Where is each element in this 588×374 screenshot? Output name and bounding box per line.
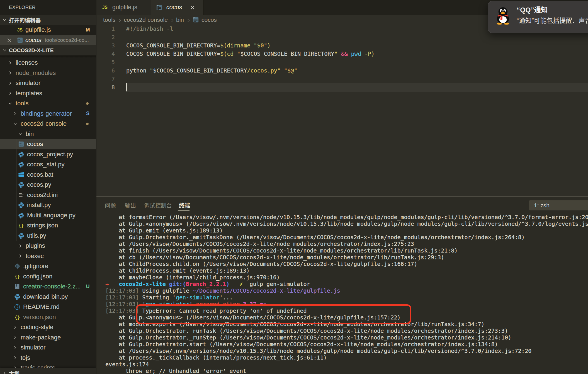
tree-item-install.py[interactable]: install.py (0, 200, 96, 210)
panel-tab-调试控制台[interactable]: 调试控制台 (144, 201, 172, 209)
breadcrumb-item-bin[interactable]: bin (176, 16, 184, 23)
tree-item-label: bin (26, 130, 34, 138)
section-open-editors[interactable]: 打开的编辑器 (0, 15, 96, 25)
close-editor-icon[interactable] (6, 37, 13, 44)
tree-item-cocos[interactable]: cocos (0, 139, 96, 149)
tree-item-label: tojs (21, 354, 30, 361)
section-label: 大纲 (9, 369, 20, 374)
tree-item-make-package[interactable]: make-package (0, 332, 96, 343)
tree-item-node_modules[interactable]: node_modules (0, 68, 96, 78)
file-icon (156, 4, 162, 11)
tree-item-label: templates (16, 90, 42, 97)
tree-item-bindings-generator[interactable]: bindings-generatorS (0, 109, 96, 119)
tree-item-label: cocos2d.ini (27, 191, 58, 199)
terminal-token: ✗ (240, 281, 243, 287)
line-number: 6 (96, 66, 115, 75)
qq-notification[interactable]: “QQ”通知 “通知”可能包括提醒、声音 (488, 1, 588, 33)
tree-item-README.md[interactable]: README.md (0, 302, 96, 312)
line-number: 8 (96, 83, 115, 91)
terminal-token: ~/Documents/COCOS/cocos2d-x-lite/gulpfil… (193, 287, 340, 294)
tree-item-toexec[interactable]: toexec (0, 251, 96, 261)
terminal-line: at cb (/Users/visow/Documents/COCOS/coco… (105, 254, 588, 261)
tree-item-.gitignore[interactable]: .gitignore (0, 261, 96, 271)
tree-item-label: coding-style (21, 324, 53, 331)
terminal-line: at Gulp.emit (events.js:189:13) (105, 227, 588, 234)
json-icon: {} (14, 273, 20, 280)
code-line-6: 6python "$COCOS_CONSOLE_BIN_DIRECTORY/co… (96, 66, 588, 75)
tree-item-config.json[interactable]: {}config.json (0, 271, 96, 282)
tab-cocos[interactable]: cocos (151, 0, 204, 15)
terminal-token: at process._tickCallback (internal/proce… (105, 354, 327, 361)
modified-dot-badge (86, 102, 89, 105)
tab-gulpfile.js[interactable]: JSgulpfile.js (96, 0, 151, 15)
tree-item-version.json[interactable]: {}version.json (0, 312, 96, 322)
terminal-line: → cocos2d-x-lite git:(Branch_2.2.1) ✗ gu… (105, 281, 588, 287)
terminal-picker[interactable]: 1: zsh (529, 200, 588, 210)
tree-item-label: creator-console-2.z... (23, 283, 81, 290)
tree-item-tools[interactable]: tools (0, 98, 96, 109)
tree-item-tojs[interactable]: tojs (0, 353, 96, 363)
open-editor-label: cocos (25, 37, 41, 44)
tree-item-templates[interactable]: templates (0, 88, 96, 99)
terminal-token: at cb (/Users/visow/Documents/COCOS/coco… (105, 254, 444, 261)
tree-item-cocos2d.ini[interactable]: cocos2d.ini (0, 190, 96, 200)
python-icon (18, 182, 24, 188)
breadcrumb-item-cocos[interactable]: cocos (201, 16, 217, 23)
line-number: 1 (96, 25, 115, 33)
code-token (281, 67, 284, 74)
terminal-line: [12:17:03] Starting 'gen-simulator'... (105, 294, 588, 301)
code-token: #!/bin/bash -l (126, 25, 173, 32)
line-number: 4 (96, 50, 115, 58)
code-text: #!/bin/bash -l (126, 25, 173, 33)
terminal-token: [12:17:03] (105, 301, 139, 307)
tree-item-cocos2d-console[interactable]: cocos2d-console (0, 119, 96, 129)
code-editor[interactable]: 1#!/bin/bash -l23COCOS_CONSOLE_BIN_DIREC… (96, 25, 588, 196)
tree-item-cocos.bat[interactable]: cocos.bat (0, 170, 96, 180)
open-editor-description: tools/cocos2d-co... (45, 37, 96, 43)
tree-item-strings.json[interactable]: {}strings.json (0, 220, 96, 231)
line-number: 7 (96, 75, 115, 83)
terminal-output[interactable]: at formatError (/Users/visow/.nvm/versio… (105, 214, 588, 374)
tree-item-label: README.md (23, 303, 60, 310)
open-editor-item-gulpfile.js[interactable]: JSgulpfile.jsM (0, 25, 96, 35)
section-outline[interactable]: 大纲 (0, 368, 96, 374)
breadcrumb-item-tools[interactable]: tools (103, 16, 115, 23)
open-editor-item-cocos[interactable]: cocostools/cocos2d-co... (0, 35, 96, 45)
terminal-line: at Gulp.Orchestrator._emitTaskDone (/Use… (105, 234, 588, 241)
tree-item-utils.py[interactable]: utils.py (0, 231, 96, 241)
section-root-folder[interactable]: COCOS2D-X-LITE (0, 45, 96, 55)
code-token: $(dirname "$0") (220, 42, 271, 49)
tree-indent-guide (16, 139, 16, 241)
tree-item-plugins[interactable]: plugins (0, 241, 96, 251)
panel-tab-问题[interactable]: 问题 (105, 201, 116, 209)
terminal-token (109, 281, 119, 287)
tree-item-MultiLanguage.py[interactable]: MultiLanguage.py (0, 210, 96, 221)
tree-item-label: simulator (21, 344, 45, 351)
close-tab-icon[interactable] (189, 4, 196, 11)
tree-item-cocos_stat.py[interactable]: cocos_stat.py (0, 159, 96, 170)
panel-tab-输出[interactable]: 输出 (125, 201, 136, 209)
terminal-token: '... (219, 294, 233, 301)
tree-item-cocos_project.py[interactable]: cocos_project.py (0, 149, 96, 160)
panel-tab-终端[interactable]: 终端 (179, 201, 190, 209)
tree-item-label: toexec (26, 252, 44, 260)
code-token: pwd (351, 50, 361, 57)
tree-item-creator-console-2.z...[interactable]: creator-console-2.z...U (0, 281, 96, 292)
python-icon (18, 202, 24, 208)
tree-item-simulator[interactable]: simulator (0, 343, 96, 353)
tree-item-simulator[interactable]: simulator (0, 78, 96, 88)
error-annotation-box (136, 304, 411, 324)
tree-item-download-bin.py[interactable]: download-bin.py (0, 292, 96, 302)
tree-item-bin[interactable]: bin (0, 129, 96, 139)
chevron-right-icon (8, 71, 13, 75)
breadcrumb-item-cocos2d-console[interactable]: cocos2d-console (124, 16, 168, 23)
tree-item-coding-style[interactable]: coding-style (0, 322, 96, 332)
terminal-token: at /Users/visow/.nvm/versions/node/v10.1… (105, 348, 531, 354)
file-icon (17, 37, 23, 43)
git-status-badge: U (84, 284, 92, 290)
tree-item-cocos.py[interactable]: cocos.py (0, 180, 96, 190)
terminal-token: cocos2d-x-lite (119, 281, 166, 287)
tree-item-licenses[interactable]: licenses (0, 58, 96, 68)
python-icon (18, 212, 24, 218)
vscode-window: EXPLORER 打开的编辑器 JSgulpfile.jsMcocostools… (0, 0, 588, 374)
